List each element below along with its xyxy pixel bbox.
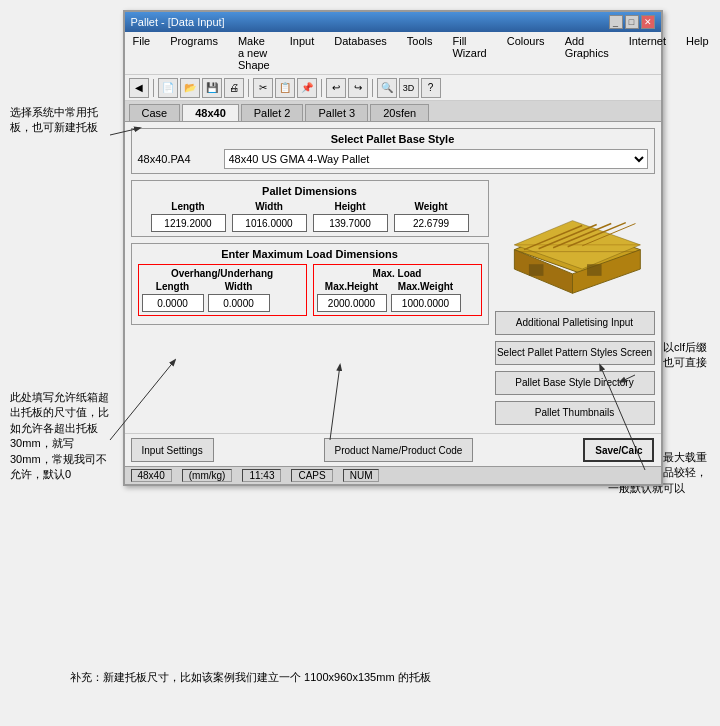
thumbnails-button[interactable]: Pallet Thumbnails: [495, 401, 655, 425]
help-toolbar-button[interactable]: ?: [421, 78, 441, 98]
status-time: 11:43: [242, 469, 281, 482]
search-button[interactable]: 🔍: [377, 78, 397, 98]
annotation-left2: 此处填写允许纸箱超出托板的尺寸值，比如允许各超出托板30mm，就写30mm，常规…: [10, 390, 110, 482]
3d-button[interactable]: 3D: [399, 78, 419, 98]
copy-button[interactable]: 📋: [275, 78, 295, 98]
menu-internet[interactable]: Internet: [625, 34, 670, 72]
application-window: Pallet - [Data Input] _ □ ✕ File Program…: [120, 10, 665, 486]
pallet-dimensions-title: Pallet Dimensions: [138, 185, 482, 197]
tab-pallet2[interactable]: Pallet 2: [241, 104, 304, 121]
status-bar: 48x40 (mm/kg) 11:43 CAPS NUM: [125, 466, 661, 484]
dim-weight-input[interactable]: [394, 214, 469, 232]
overhang-length: Length: [142, 281, 204, 312]
select-pattern-button[interactable]: Select Pallet Pattern Styles Screen: [495, 341, 655, 365]
title-buttons: _ □ ✕: [609, 15, 655, 29]
toolbar-separator1: [153, 79, 154, 97]
menu-bar: File Programs Make a new Shape Input Dat…: [125, 32, 661, 75]
input-settings-button[interactable]: Input Settings: [131, 438, 214, 462]
left-panel: Pallet Dimensions Length Width: [131, 180, 489, 427]
menu-make-shape[interactable]: Make a new Shape: [234, 34, 274, 72]
middle-area: Pallet Dimensions Length Width: [131, 180, 655, 427]
menu-databases[interactable]: Databases: [330, 34, 391, 72]
menu-programs[interactable]: Programs: [166, 34, 222, 72]
overhang-row: Overhang/Underhang Length Width: [138, 264, 482, 316]
menu-colours[interactable]: Colours: [503, 34, 549, 72]
dim-weight: Weight: [394, 201, 469, 232]
dim-length: Length: [151, 201, 226, 232]
right-panel: Additional Palletising Input Select Pall…: [495, 180, 655, 427]
tab-row: Case 48x40 Pallet 2 Pallet 3 20sfen: [125, 101, 661, 122]
pallet-code: 48x40.PA4: [138, 153, 218, 165]
print-button[interactable]: 🖨: [224, 78, 244, 98]
annotation-left1: 选择系统中常用托板，也可新建托板: [10, 105, 110, 136]
dim-width-input[interactable]: [232, 214, 307, 232]
pallet-style-section: Select Pallet Base Style 48x40.PA4 48x40…: [131, 128, 655, 174]
tab-pallet3[interactable]: Pallet 3: [305, 104, 368, 121]
minimize-button[interactable]: _: [609, 15, 623, 29]
menu-input[interactable]: Input: [286, 34, 318, 72]
additional-palletising-button[interactable]: Additional Palletising Input: [495, 311, 655, 335]
menu-fill-wizard[interactable]: Fill Wizard: [448, 34, 490, 72]
overhang-length-input[interactable]: [142, 294, 204, 312]
svg-rect-12: [587, 264, 602, 276]
maxload-label: Max. Load: [317, 268, 478, 279]
directory-button[interactable]: Pallet Base Style Directory: [495, 371, 655, 395]
pallet-image: [495, 180, 650, 300]
tab-case[interactable]: Case: [129, 104, 181, 121]
maxweight-field: Max.Weight: [391, 281, 461, 312]
max-load-title: Enter Maximum Load Dimensions: [138, 248, 482, 260]
undo-button[interactable]: ↩: [326, 78, 346, 98]
status-case: 48x40: [131, 469, 172, 482]
overhang-length-label: Length: [156, 281, 189, 292]
menu-tools[interactable]: Tools: [403, 34, 437, 72]
redo-button[interactable]: ↪: [348, 78, 368, 98]
tab-20sfen[interactable]: 20sfen: [370, 104, 429, 121]
status-caps: CAPS: [291, 469, 332, 482]
pallet-image-container: [495, 180, 655, 307]
dim-height-input[interactable]: [313, 214, 388, 232]
save-calc-button[interactable]: Save/Calc: [583, 438, 654, 462]
max-load-section: Enter Maximum Load Dimensions Overhang/U…: [131, 243, 489, 325]
overhang-width: Width: [208, 281, 270, 312]
menu-help[interactable]: Help: [682, 34, 713, 72]
save-toolbar-button[interactable]: 💾: [202, 78, 222, 98]
pallet-style-select[interactable]: 48x40 US GMA 4-Way Pallet: [224, 149, 648, 169]
overhang-width-input[interactable]: [208, 294, 270, 312]
maxheight-input[interactable]: [317, 294, 387, 312]
title-bar: Pallet - [Data Input] _ □ ✕: [125, 12, 661, 32]
dim-width: Width: [232, 201, 307, 232]
pallet-dimensions-section: Pallet Dimensions Length Width: [131, 180, 489, 237]
menu-file[interactable]: File: [129, 34, 155, 72]
toolbar-separator3: [321, 79, 322, 97]
open-button[interactable]: 📂: [180, 78, 200, 98]
cut-button[interactable]: ✂: [253, 78, 273, 98]
overhang-section: Overhang/Underhang Length Width: [138, 264, 307, 316]
maxweight-input[interactable]: [391, 294, 461, 312]
tab-48x40[interactable]: 48x40: [182, 104, 239, 121]
maxheight-label: Max.Height: [325, 281, 378, 292]
maxload-section: Max. Load Max.Height Max.Weight: [313, 264, 482, 316]
dim-height: Height: [313, 201, 388, 232]
paste-button[interactable]: 📌: [297, 78, 317, 98]
dim-length-label: Length: [171, 201, 204, 212]
status-num: NUM: [343, 469, 380, 482]
supplement-note: 补充：新建托板尺寸，比如该案例我们建立一个 1100x960x135mm 的托板: [70, 670, 431, 685]
overhang-width-label: Width: [225, 281, 253, 292]
product-name-button[interactable]: Product Name/Product Code: [324, 438, 474, 462]
bottom-buttons: Input Settings Product Name/Product Code…: [125, 433, 661, 466]
dim-weight-label: Weight: [414, 201, 447, 212]
maximize-button[interactable]: □: [625, 15, 639, 29]
new-button[interactable]: 📄: [158, 78, 178, 98]
overhang-label: Overhang/Underhang: [142, 268, 303, 279]
status-units: (mm/kg): [182, 469, 233, 482]
toolbar-separator4: [372, 79, 373, 97]
main-window: Pallet - [Data Input] _ □ ✕ File Program…: [123, 10, 663, 486]
maxweight-label: Max.Weight: [398, 281, 453, 292]
menu-add-graphics[interactable]: Add Graphics: [561, 34, 613, 72]
toolbar-separator2: [248, 79, 249, 97]
window-title: Pallet - [Data Input]: [131, 16, 225, 28]
dim-height-label: Height: [334, 201, 365, 212]
dim-length-input[interactable]: [151, 214, 226, 232]
close-button[interactable]: ✕: [641, 15, 655, 29]
back-button[interactable]: ◀: [129, 78, 149, 98]
